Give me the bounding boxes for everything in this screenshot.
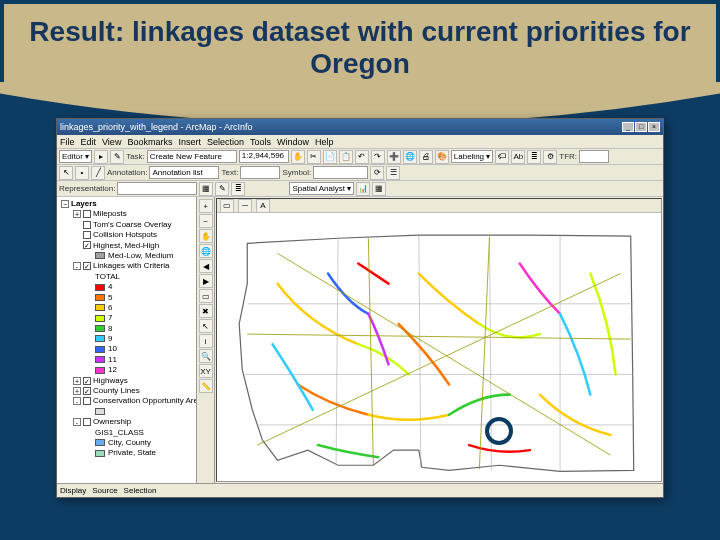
annotation-dropdown[interactable]: Annotation list <box>149 166 219 179</box>
paste-icon[interactable]: 📋 <box>339 150 353 164</box>
xy-icon[interactable]: XY <box>199 364 213 378</box>
menu-bookmarks[interactable]: Bookmarks <box>127 137 172 147</box>
checkbox-icon[interactable] <box>83 418 91 426</box>
checkbox-icon[interactable] <box>83 231 91 239</box>
clear-selection-icon[interactable]: ✖ <box>199 304 213 318</box>
expander-icon[interactable]: - <box>73 418 81 426</box>
toc-layer[interactable]: +Mileposts <box>59 209 194 219</box>
map-line-icon[interactable]: ─ <box>238 199 252 213</box>
expander-icon[interactable]: + <box>73 210 81 218</box>
close-button[interactable]: × <box>648 122 660 132</box>
pencil-icon[interactable]: ✎ <box>110 150 124 164</box>
checkbox-icon[interactable]: ✓ <box>83 241 91 249</box>
toc-layer[interactable]: +✓Highways <box>59 376 194 386</box>
menu-file[interactable]: File <box>60 137 75 147</box>
scale-input[interactable]: 1:2,944,596 <box>239 150 289 163</box>
checkbox-icon[interactable] <box>83 210 91 218</box>
tfr-input[interactable] <box>579 150 609 163</box>
toc-layer[interactable]: -✓Linkages with Criteria <box>59 261 194 271</box>
hand-icon[interactable]: ✋ <box>291 150 305 164</box>
map-view[interactable]: ▭ ─ A <box>216 198 662 482</box>
layer-name: County Lines <box>93 386 140 395</box>
menu-insert[interactable]: Insert <box>178 137 201 147</box>
expander-icon[interactable]: + <box>73 377 81 385</box>
pan-icon[interactable]: ✋ <box>199 229 213 243</box>
add-data-icon[interactable]: ➕ <box>387 150 401 164</box>
find-icon[interactable]: 🔍 <box>199 349 213 363</box>
legend-label: 4 <box>108 282 112 291</box>
toc-layer[interactable]: Tom's Coarse Overlay <box>59 220 194 230</box>
pointer-icon[interactable]: ↖ <box>59 166 73 180</box>
next-extent-icon[interactable]: ▶ <box>199 274 213 288</box>
expander-icon[interactable]: - <box>73 262 81 270</box>
symbol-dropdown[interactable] <box>313 166 368 179</box>
full-extent-icon[interactable]: 🌐 <box>199 244 213 258</box>
globe-icon[interactable]: 🌐 <box>403 150 417 164</box>
menu-edit[interactable]: Edit <box>81 137 97 147</box>
dot-icon[interactable]: • <box>75 166 89 180</box>
palette-icon[interactable]: 🎨 <box>435 150 449 164</box>
list-icon[interactable]: ☰ <box>386 166 400 180</box>
toc-layer[interactable]: Collision Hotspots <box>59 230 194 240</box>
select-icon[interactable]: ▭ <box>199 289 213 303</box>
menu-tools[interactable]: Tools <box>250 137 271 147</box>
tool-icon[interactable]: ▸ <box>94 150 108 164</box>
toc-legend-item: 10 <box>59 344 194 354</box>
ab-icon[interactable]: Ab <box>511 150 525 164</box>
gear-icon[interactable]: ⚙ <box>543 150 557 164</box>
representation-dropdown[interactable] <box>117 182 197 195</box>
menu-window[interactable]: Window <box>277 137 309 147</box>
editor-dropdown[interactable]: Editor ▾ <box>59 150 92 163</box>
line-icon[interactable]: ╱ <box>91 166 105 180</box>
menu-help[interactable]: Help <box>315 137 334 147</box>
arrow-icon[interactable]: ↖ <box>199 319 213 333</box>
toc-tab-source[interactable]: Source <box>92 486 117 495</box>
cut-icon[interactable]: ✂ <box>307 150 321 164</box>
rep-tool-icon[interactable]: ▦ <box>199 182 213 196</box>
checkbox-icon[interactable] <box>83 397 91 405</box>
identify-icon[interactable]: i <box>199 334 213 348</box>
task-dropdown[interactable]: Create New Feature <box>147 150 237 163</box>
spatial-analyst-dropdown[interactable]: Spatial Analyst ▾ <box>289 182 354 195</box>
redo-icon[interactable]: ↷ <box>371 150 385 164</box>
zoom-in-icon[interactable]: + <box>199 199 213 213</box>
checkbox-icon[interactable] <box>83 221 91 229</box>
labeling-dropdown[interactable]: Labeling ▾ <box>451 150 493 163</box>
zoom-out-icon[interactable]: − <box>199 214 213 228</box>
undo-icon[interactable]: ↶ <box>355 150 369 164</box>
sa-icon[interactable]: 📊 <box>356 182 370 196</box>
checkbox-icon[interactable]: ✓ <box>83 377 91 385</box>
maximize-button[interactable]: □ <box>635 122 647 132</box>
expander-icon[interactable]: - <box>73 397 81 405</box>
legend-label: 11 <box>108 355 117 364</box>
checkbox-icon[interactable]: ✓ <box>83 262 91 270</box>
map-edit-icon[interactable]: ▭ <box>220 199 234 213</box>
rep-edit-icon[interactable]: ✎ <box>215 182 229 196</box>
map-text-icon[interactable]: A <box>256 199 270 213</box>
prev-extent-icon[interactable]: ◀ <box>199 259 213 273</box>
table-of-contents[interactable]: −Layers +MilepostsTom's Coarse OverlayCo… <box>57 197 197 483</box>
minimize-button[interactable]: _ <box>622 122 634 132</box>
toc-tab-display[interactable]: Display <box>60 486 86 495</box>
toc-layer[interactable]: +✓County Lines <box>59 386 194 396</box>
text-input[interactable] <box>240 166 280 179</box>
tag-icon[interactable]: 🏷 <box>495 150 509 164</box>
copy-icon[interactable]: 📄 <box>323 150 337 164</box>
refresh-icon[interactable]: ⟳ <box>370 166 384 180</box>
toc-layer[interactable]: -Conservation Opportunity Areas <box>59 396 194 406</box>
toc-legend-item: TOTAL <box>59 272 194 282</box>
toc-legend-item <box>59 407 194 417</box>
toc-tab-selection[interactable]: Selection <box>124 486 157 495</box>
expander-icon[interactable]: + <box>73 387 81 395</box>
rep-layers-icon[interactable]: ≣ <box>231 182 245 196</box>
print-icon[interactable]: 🖨 <box>419 150 433 164</box>
toc-layer[interactable]: -Ownership <box>59 417 194 427</box>
sa-grid-icon[interactable]: ▦ <box>372 182 386 196</box>
toc-legend-item: 5 <box>59 293 194 303</box>
checkbox-icon[interactable]: ✓ <box>83 387 91 395</box>
menu-view[interactable]: View <box>102 137 121 147</box>
measure-icon[interactable]: 📏 <box>199 379 213 393</box>
menu-selection[interactable]: Selection <box>207 137 244 147</box>
layers-icon[interactable]: ≣ <box>527 150 541 164</box>
toc-layer[interactable]: ✓Highest, Med-High <box>59 241 194 251</box>
